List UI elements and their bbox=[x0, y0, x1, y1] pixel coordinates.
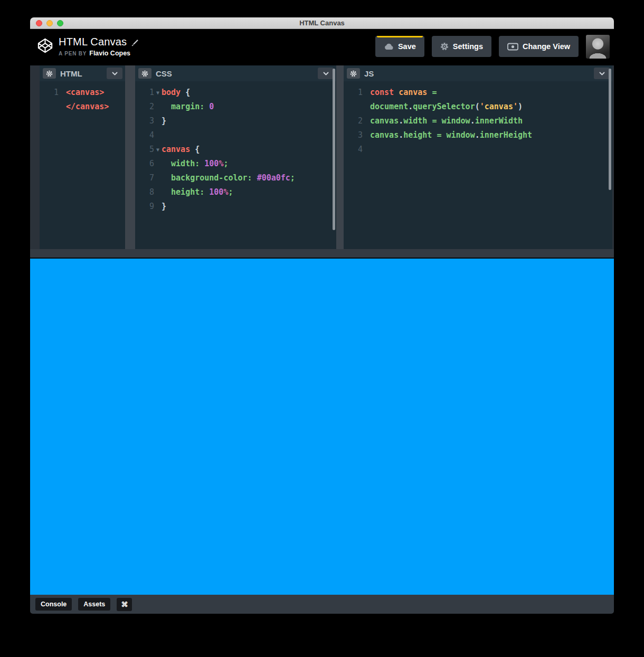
js-editor-panel: JS 1const canvas =document.querySelector… bbox=[344, 65, 612, 249]
codepen-logo-icon[interactable] bbox=[37, 37, 53, 54]
save-button[interactable]: Save bbox=[375, 36, 424, 57]
js-collapse-button[interactable] bbox=[594, 68, 610, 79]
pen-author[interactable]: Flavio Copes bbox=[89, 50, 130, 57]
editor-panels: HTML 1<canvas></canvas> CSS bbox=[30, 64, 614, 249]
gear-icon bbox=[440, 42, 449, 51]
code-fold-spacer bbox=[154, 100, 162, 114]
js-panel-label: JS bbox=[364, 69, 374, 78]
line-number: 8 bbox=[135, 185, 154, 199]
console-button[interactable]: Console bbox=[35, 598, 72, 611]
line-number: 2 bbox=[344, 114, 363, 128]
css-settings-gear-button[interactable] bbox=[138, 68, 151, 79]
change-view-button[interactable]: Change View bbox=[499, 36, 579, 57]
settings-button-label: Settings bbox=[453, 42, 483, 51]
line-number: 2 bbox=[135, 100, 154, 114]
code-line: 3} bbox=[135, 114, 336, 128]
code-fold-spacer bbox=[363, 114, 370, 128]
user-avatar[interactable] bbox=[586, 35, 610, 59]
fullscreen-window-button[interactable] bbox=[57, 20, 63, 26]
preview-canvas bbox=[30, 259, 614, 595]
code-line: </canvas> bbox=[40, 100, 125, 114]
line-number: 4 bbox=[344, 142, 363, 157]
code-fold-spacer bbox=[154, 157, 162, 171]
code-line: 3canvas.height = window.innerHeight bbox=[344, 128, 612, 142]
code-fold-spacer bbox=[59, 100, 66, 114]
js-settings-gear-button[interactable] bbox=[347, 68, 360, 79]
css-editor-panel: CSS 1▼body {2 margin: 03}45▼canvas {6 wi… bbox=[135, 65, 336, 249]
line-number: 7 bbox=[135, 171, 154, 185]
line-number: 5 bbox=[135, 142, 154, 157]
code-fold-spacer bbox=[363, 85, 370, 100]
line-number: 3 bbox=[135, 114, 154, 128]
code-fold-spacer bbox=[59, 85, 66, 100]
cloud-icon bbox=[384, 43, 394, 50]
panel-resizer[interactable] bbox=[125, 65, 135, 249]
code-fold-arrow-icon[interactable]: ▼ bbox=[154, 142, 162, 157]
line-number: 1 bbox=[344, 85, 363, 100]
line-number: 3 bbox=[344, 128, 363, 142]
code-fold-spacer bbox=[363, 100, 370, 114]
pen-title: HTML Canvas bbox=[59, 36, 127, 48]
code-line: 8 height: 100%; bbox=[135, 185, 336, 199]
change-view-button-label: Change View bbox=[523, 42, 570, 51]
code-line: 4 bbox=[135, 128, 336, 142]
code-fold-spacer bbox=[154, 185, 162, 199]
code-fold-spacer bbox=[154, 171, 162, 185]
close-window-button[interactable] bbox=[36, 20, 42, 26]
minimize-window-button[interactable] bbox=[46, 20, 53, 26]
html-settings-gear-button[interactable] bbox=[43, 68, 56, 79]
code-line: 2canvas.width = window.innerWidth bbox=[344, 114, 612, 128]
css-scrollbar[interactable] bbox=[333, 69, 335, 230]
chevron-down-icon bbox=[599, 72, 605, 75]
code-fold-spacer bbox=[154, 114, 162, 128]
js-code-editor[interactable]: 1const canvas =document.querySelector('c… bbox=[344, 81, 612, 249]
gear-icon bbox=[141, 70, 148, 77]
html-panel-header: HTML bbox=[40, 65, 125, 81]
line-number bbox=[40, 100, 59, 114]
pencil-icon[interactable] bbox=[131, 39, 139, 46]
macos-titlebar: HTML Canvas bbox=[30, 17, 614, 29]
window-title: HTML Canvas bbox=[299, 19, 345, 27]
line-number: 4 bbox=[135, 128, 154, 142]
byline-prefix: A PEN BY bbox=[59, 51, 87, 56]
code-fold-arrow-icon[interactable]: ▼ bbox=[154, 85, 162, 100]
code-fold-spacer bbox=[154, 128, 162, 142]
traffic-lights bbox=[36, 17, 63, 28]
app-window: HTML Canvas HTML Canvas A PEN BY Flavio … bbox=[30, 17, 614, 614]
header-actions: Save Settings Change View bbox=[375, 35, 610, 59]
code-fold-spacer bbox=[363, 128, 370, 142]
panel-resizer[interactable] bbox=[336, 65, 344, 249]
code-line: document.querySelector('canvas') bbox=[344, 100, 612, 114]
code-line: 6 width: 100%; bbox=[135, 157, 336, 171]
settings-button[interactable]: Settings bbox=[432, 36, 491, 57]
assets-button[interactable]: Assets bbox=[78, 598, 110, 611]
footer-bar: Console Assets ⌘ bbox=[30, 595, 614, 614]
css-code-editor[interactable]: 1▼body {2 margin: 03}45▼canvas {6 width:… bbox=[135, 81, 336, 249]
html-code-editor[interactable]: 1<canvas></canvas> bbox=[40, 81, 125, 249]
css-panel-label: CSS bbox=[156, 69, 172, 78]
html-editor-panel: HTML 1<canvas></canvas> bbox=[40, 65, 125, 249]
html-collapse-button[interactable] bbox=[107, 68, 122, 79]
pen-byline: A PEN BY Flavio Copes bbox=[59, 50, 139, 57]
code-line: 1const canvas = bbox=[344, 85, 612, 100]
code-line: 9} bbox=[135, 199, 336, 214]
preview-divider[interactable] bbox=[30, 249, 614, 259]
js-panel-header: JS bbox=[344, 65, 612, 81]
keyboard-shortcuts-button[interactable]: ⌘ bbox=[117, 598, 132, 611]
line-number: 6 bbox=[135, 157, 154, 171]
pen-header: HTML Canvas A PEN BY Flavio Copes Save bbox=[30, 29, 614, 64]
html-panel-label: HTML bbox=[60, 69, 82, 78]
code-line: 1<canvas> bbox=[40, 85, 125, 100]
css-panel-header: CSS bbox=[135, 65, 336, 81]
js-scrollbar[interactable] bbox=[609, 69, 611, 190]
css-collapse-button[interactable] bbox=[318, 68, 334, 79]
line-number bbox=[344, 100, 363, 114]
code-line: 4 bbox=[344, 142, 612, 157]
chevron-down-icon bbox=[112, 72, 118, 75]
line-number: 9 bbox=[135, 199, 154, 214]
code-fold-spacer bbox=[363, 142, 370, 157]
code-line: 7 background-color: #00a0fc; bbox=[135, 171, 336, 185]
gear-icon bbox=[350, 70, 357, 77]
save-button-label: Save bbox=[398, 42, 416, 51]
gear-icon bbox=[46, 70, 53, 77]
